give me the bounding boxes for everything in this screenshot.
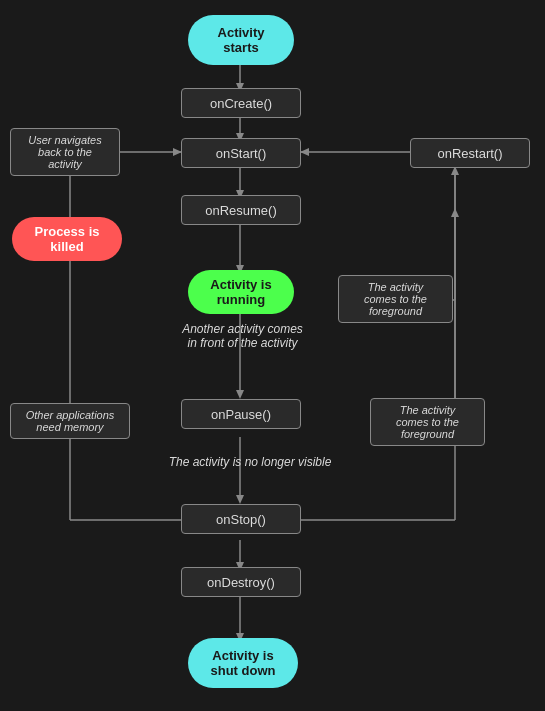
other-apps-label: Other applications need memory <box>10 403 130 439</box>
svg-marker-26 <box>451 208 459 217</box>
activity-lifecycle-diagram: Activity starts onCreate() User navigate… <box>0 0 545 711</box>
activity-shutdown-node: Activity is shut down <box>188 638 298 688</box>
activity-foreground2-label: The activity comes to the foreground <box>370 398 485 446</box>
process-killed-node: Process is killed <box>12 217 122 261</box>
on-resume-node: onResume() <box>181 195 301 225</box>
on-pause-node: onPause() <box>181 399 301 429</box>
on-restart-node: onRestart() <box>410 138 530 168</box>
svg-marker-11 <box>236 495 244 504</box>
user-navigates-label: User navigates back to the activity <box>10 128 120 176</box>
on-stop-node: onStop() <box>181 504 301 534</box>
activity-starts-node: Activity starts <box>188 15 294 65</box>
another-activity-label: Another activity comes in front of the a… <box>155 322 330 350</box>
activity-foreground1-label: The activity comes to the foreground <box>338 275 453 323</box>
activity-running-node: Activity is running <box>188 270 294 314</box>
on-destroy-node: onDestroy() <box>181 567 301 597</box>
no-longer-visible-label: The activity is no longer visible <box>150 455 350 469</box>
on-start-node: onStart() <box>181 138 301 168</box>
on-create-node: onCreate() <box>181 88 301 118</box>
svg-marker-21 <box>300 148 309 156</box>
svg-marker-9 <box>236 390 244 399</box>
